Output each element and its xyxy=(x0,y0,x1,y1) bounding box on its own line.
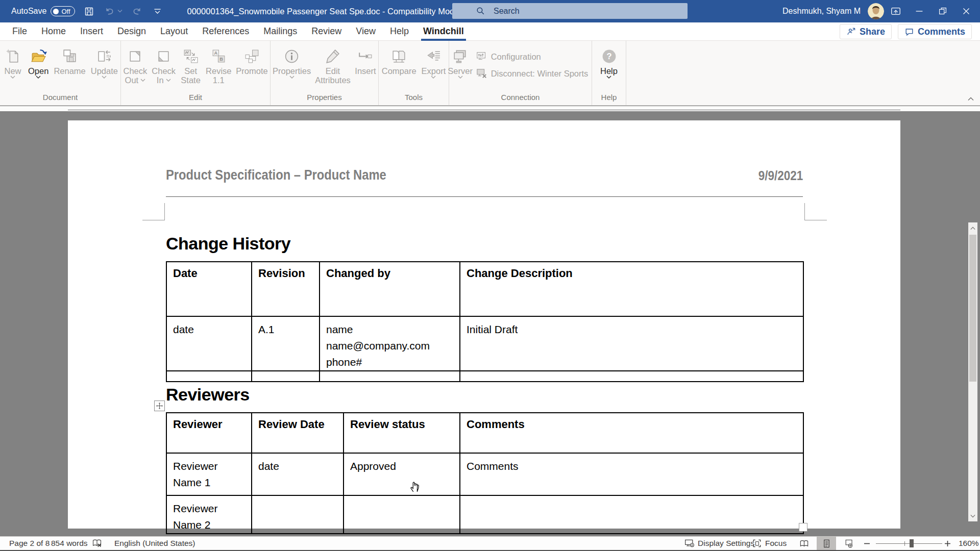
tab-review[interactable]: Review xyxy=(304,22,349,41)
restore-button[interactable] xyxy=(931,0,954,22)
tab-windchill[interactable]: Windchill xyxy=(416,22,471,41)
ribbon-button-label: Edit xyxy=(326,66,340,76)
table-cell[interactable] xyxy=(166,371,252,382)
collapse-ribbon-icon[interactable] xyxy=(966,95,976,103)
zoom-in-icon[interactable] xyxy=(944,537,951,550)
table-cell[interactable]: Initial Draft xyxy=(460,316,803,371)
focus-button[interactable]: Focus xyxy=(752,537,787,550)
share-label: Share xyxy=(860,27,885,37)
ribbon-button-promote[interactable]: Promote xyxy=(234,44,270,76)
table-move-handle-icon[interactable] xyxy=(154,400,165,411)
ribbon-button-open[interactable]: Open xyxy=(26,44,51,79)
close-button[interactable] xyxy=(954,0,978,22)
table-cell[interactable] xyxy=(460,371,803,382)
ribbon-button-compare[interactable]: Compare xyxy=(379,44,419,76)
ribbon-button-update[interactable]: Update xyxy=(88,44,120,79)
table-header-cell[interactable]: Revision xyxy=(252,262,320,316)
web-layout-icon[interactable] xyxy=(839,537,859,550)
user-name[interactable]: Deshmukh, Shyam M xyxy=(782,7,861,16)
tab-insert[interactable]: Insert xyxy=(73,22,110,41)
comments-button[interactable]: Comments xyxy=(898,24,972,39)
undo-icon[interactable] xyxy=(104,5,116,17)
table-header-cell[interactable]: Comments xyxy=(460,413,803,453)
ribbon-button-new[interactable]: New xyxy=(0,44,26,79)
table-cell[interactable]: date xyxy=(166,316,252,371)
table-cell[interactable] xyxy=(344,495,460,534)
table-header-cell[interactable]: Changed by xyxy=(320,262,460,316)
redo-icon[interactable] xyxy=(131,5,143,17)
tab-design[interactable]: Design xyxy=(110,22,153,41)
search-input[interactable] xyxy=(494,7,647,16)
ribbon-button-help[interactable]: ?Help xyxy=(596,44,622,79)
search-box[interactable] xyxy=(452,3,688,19)
vertical-scrollbar[interactable] xyxy=(968,222,977,521)
tab-mailings[interactable]: Mailings xyxy=(256,22,304,41)
ribbon-button-label: Open xyxy=(28,66,48,76)
table-header-cell[interactable]: Review Date xyxy=(252,413,344,453)
table-cell[interactable]: date xyxy=(252,453,344,495)
share-button[interactable]: Share xyxy=(840,24,892,39)
save-icon[interactable] xyxy=(83,5,95,17)
table-cell[interactable]: A.1 xyxy=(252,316,320,371)
scroll-up-icon[interactable] xyxy=(968,223,977,233)
ribbon-button-revise-1-1[interactable]: ABRevise1.1 xyxy=(204,44,234,85)
tab-file[interactable]: File xyxy=(5,22,34,41)
language-indicator[interactable]: English (United States) xyxy=(114,537,195,550)
ribbon-button-insert[interactable]: Insert xyxy=(353,44,378,76)
avatar[interactable] xyxy=(868,3,884,19)
table-header-cell[interactable]: Reviewer xyxy=(166,413,252,453)
zoom-out-icon[interactable] xyxy=(864,537,870,550)
zoom-slider-handle[interactable] xyxy=(910,539,914,547)
autosave-pill[interactable]: Off xyxy=(51,6,75,16)
table-cell[interactable]: namename@company.comphone# xyxy=(320,316,460,371)
chevron-down-icon xyxy=(140,79,145,82)
table-cell[interactable] xyxy=(460,495,803,534)
ribbon-group-label: Edit xyxy=(121,92,270,105)
table-cell[interactable] xyxy=(252,495,344,534)
ribbon-button-edit-attributes[interactable]: EditAttributes xyxy=(313,44,353,85)
proofing-errors-icon[interactable] xyxy=(92,537,102,550)
display-settings-button[interactable]: Display Settings xyxy=(684,537,754,550)
ribbon-button-disconnect-winter-sports[interactable]: Disconnect: Winter Sports xyxy=(476,68,589,79)
word-count[interactable]: 854 words xyxy=(51,537,88,550)
chevron-down-icon xyxy=(166,79,171,82)
undo-menu-icon[interactable] xyxy=(117,5,123,17)
tab-references[interactable]: References xyxy=(195,22,256,41)
ribbon-button-configuration[interactable]: Configuration xyxy=(476,51,589,62)
autosave-toggle[interactable]: AutoSave Off xyxy=(11,6,75,16)
print-layout-icon[interactable] xyxy=(817,537,836,550)
table-cell[interactable]: Reviewer Name 1 xyxy=(166,453,252,495)
tab-home[interactable]: Home xyxy=(34,22,73,41)
ribbon-button-check-in[interactable]: CheckIn xyxy=(150,44,178,85)
document-page[interactable]: Product Specification – Product Name 9/9… xyxy=(68,120,900,529)
table-cell[interactable] xyxy=(320,371,460,382)
check-out-icon xyxy=(127,46,143,66)
scroll-down-icon[interactable] xyxy=(968,511,977,520)
ribbon-button-properties[interactable]: Properties xyxy=(271,44,313,79)
ribbon-display-options-icon[interactable] xyxy=(884,0,908,22)
tab-help[interactable]: Help xyxy=(383,22,416,41)
zoom-percent[interactable]: 160% xyxy=(959,537,979,550)
table-cell[interactable]: Comments xyxy=(460,453,803,495)
minimize-button[interactable] xyxy=(908,0,931,22)
ribbon-button-rename[interactable]: Rename xyxy=(51,44,88,76)
read-mode-icon[interactable] xyxy=(794,537,814,550)
table-cell[interactable]: Reviewer Name 2 xyxy=(166,495,252,534)
table-header-cell[interactable]: Change Description xyxy=(460,262,803,316)
edit-pencil-icon xyxy=(324,46,341,66)
table-cell[interactable]: Approved xyxy=(344,453,460,495)
scrollbar-thumb[interactable] xyxy=(969,235,976,382)
customize-quick-access-icon[interactable] xyxy=(152,5,164,17)
ribbon-button-server[interactable]: Server xyxy=(448,44,473,79)
ribbon-button-set-state[interactable]: SetState xyxy=(178,44,204,85)
ribbon-button-export[interactable]: Export xyxy=(419,44,449,79)
table-header-cell[interactable]: Review status xyxy=(344,413,460,453)
tab-layout[interactable]: Layout xyxy=(153,22,195,41)
ribbon-button-label: New xyxy=(5,66,21,76)
page-indicator[interactable]: Page 2 of 8 xyxy=(9,537,50,550)
table-header-cell[interactable]: Date xyxy=(166,262,252,316)
table-cell[interactable] xyxy=(252,371,320,382)
zoom-slider[interactable] xyxy=(876,543,942,544)
ribbon-button-check-out[interactable]: CheckOut xyxy=(121,44,150,85)
tab-view[interactable]: View xyxy=(349,22,383,41)
